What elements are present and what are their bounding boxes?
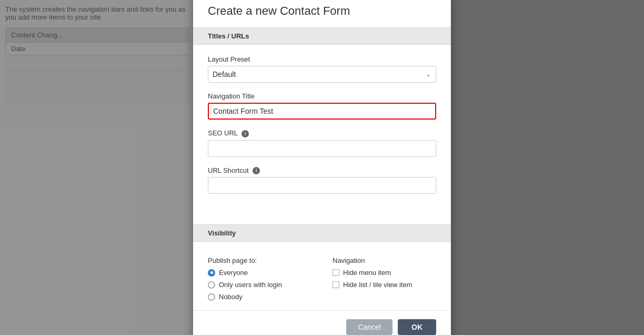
- publish-col: Publish page to: Everyone Only users wit…: [208, 257, 311, 305]
- seo-url-info-icon[interactable]: i: [242, 130, 249, 137]
- radio-nobody-icon: [208, 293, 215, 301]
- visibility-columns: Publish page to: Everyone Only users wit…: [208, 257, 436, 305]
- publish-login-label: Only users with login: [219, 281, 282, 289]
- section-visibility-header: Visibility: [193, 224, 451, 242]
- seo-url-input[interactable]: [208, 140, 436, 157]
- hide-menu-item-option[interactable]: Hide menu item: [333, 269, 436, 277]
- seo-url-label: SEO URL i: [208, 129, 436, 137]
- hide-list-checkbox-icon: [333, 281, 339, 288]
- hide-menu-checkbox-icon: [333, 269, 339, 276]
- url-shortcut-input[interactable]: [208, 177, 436, 194]
- modal-overlay: Create a new Contact Form Titles / URLs …: [0, 0, 644, 335]
- dialog-footer: Cancel OK: [193, 310, 451, 335]
- hide-list-option[interactable]: Hide list / tile view item: [333, 281, 436, 289]
- visibility-section: Publish page to: Everyone Only users wit…: [193, 242, 451, 310]
- navigation-col-label: Navigation: [333, 257, 436, 264]
- layout-preset-group: Layout Preset Default Full Width Sidebar…: [208, 55, 436, 83]
- navigation-title-input[interactable]: [208, 103, 436, 120]
- section-titles-urls-header: Titles / URLs: [193, 27, 451, 45]
- seo-url-group: SEO URL i: [208, 129, 436, 157]
- publish-everyone-option[interactable]: Everyone: [208, 269, 311, 277]
- hide-list-label: Hide list / tile view item: [343, 281, 412, 289]
- dialog: Create a new Contact Form Titles / URLs …: [193, 0, 451, 335]
- url-shortcut-info-icon[interactable]: i: [253, 167, 260, 174]
- ok-button[interactable]: OK: [398, 319, 436, 335]
- url-shortcut-label: URL Shortcut i: [208, 166, 436, 175]
- navigation-title-label: Navigation Title: [208, 92, 436, 100]
- url-shortcut-group: URL Shortcut i: [208, 166, 436, 194]
- radio-login-icon: [208, 281, 215, 289]
- spacer: [193, 214, 451, 224]
- cancel-button[interactable]: Cancel: [346, 319, 393, 335]
- navigation-col: Navigation Hide menu item Hide list / ti…: [333, 257, 436, 305]
- radio-everyone-icon: [208, 269, 215, 277]
- navigation-title-group: Navigation Title: [208, 92, 436, 120]
- publish-everyone-label: Everyone: [219, 269, 248, 277]
- layout-preset-label: Layout Preset: [208, 55, 436, 63]
- publish-nobody-option[interactable]: Nobody: [208, 293, 311, 301]
- layout-preset-select[interactable]: Default Full Width Sidebar Left Sidebar …: [208, 66, 436, 83]
- publish-nobody-label: Nobody: [219, 293, 243, 301]
- dialog-body: Layout Preset Default Full Width Sidebar…: [193, 45, 451, 214]
- publish-label: Publish page to:: [208, 257, 311, 264]
- layout-preset-select-wrapper: Default Full Width Sidebar Left Sidebar …: [208, 66, 436, 83]
- dialog-title: Create a new Contact Form: [193, 0, 451, 27]
- publish-login-option[interactable]: Only users with login: [208, 281, 311, 289]
- hide-menu-label: Hide menu item: [343, 269, 391, 277]
